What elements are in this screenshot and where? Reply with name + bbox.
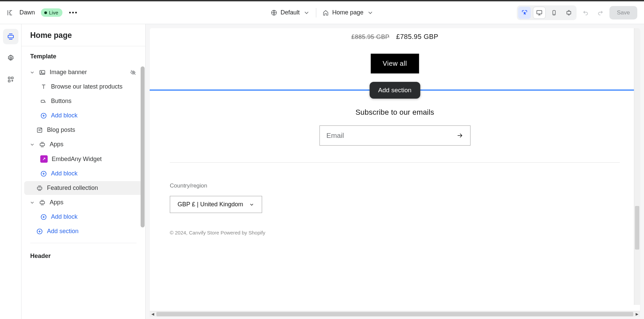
email-input-wrap[interactable]: Email <box>319 125 470 146</box>
redo-icon <box>597 9 604 16</box>
text-icon <box>40 84 47 90</box>
section-icon <box>36 185 43 192</box>
section-apps-2[interactable]: Apps <box>24 196 143 209</box>
svg-rect-2 <box>537 10 542 14</box>
chevron-down-icon <box>303 9 310 16</box>
plus-circle-icon <box>36 228 43 235</box>
undo-icon <box>582 9 589 16</box>
svg-point-12 <box>41 71 42 72</box>
chevron-down-icon <box>30 200 35 205</box>
fullscreen-view-button[interactable] <box>562 7 575 19</box>
svg-rect-5 <box>567 11 571 14</box>
section-image-banner[interactable]: Image banner <box>24 65 143 79</box>
add-block-button[interactable]: Add block <box>24 109 143 122</box>
separator <box>316 8 316 17</box>
svg-rect-9 <box>11 77 13 79</box>
topbar-right: Save <box>517 5 637 20</box>
svg-rect-17 <box>40 143 44 146</box>
divider <box>30 243 137 243</box>
exit-button[interactable] <box>7 9 13 16</box>
scrollbar-thumb[interactable] <box>156 312 633 316</box>
view-all-button[interactable]: View all <box>370 54 419 73</box>
cursor-box-icon <box>521 9 528 16</box>
gear-icon <box>7 54 14 62</box>
desktop-view-button[interactable] <box>533 7 546 19</box>
more-actions-button[interactable] <box>68 8 78 17</box>
chevron-down-icon <box>249 202 254 207</box>
footer-divider <box>170 162 620 163</box>
preview-canvas[interactable]: £885.95 GBP £785.95 GBP View all Add sec… <box>150 28 640 311</box>
theme-name: Dawn <box>19 9 35 16</box>
sections-tab-button[interactable] <box>3 29 18 44</box>
section-sidebar: Home page Template Image banner Browse o… <box>21 24 146 319</box>
svg-rect-8 <box>8 77 10 79</box>
image-icon <box>39 69 46 76</box>
section-apps[interactable]: Apps <box>24 138 143 151</box>
scroll-left-icon[interactable]: ◀ <box>150 311 156 317</box>
live-dot-icon <box>44 11 47 14</box>
globe-icon <box>270 9 277 16</box>
add-block-button[interactable]: Add block <box>24 167 143 180</box>
sidebar-title: Home page <box>21 24 145 46</box>
footer-block: Country/region GBP £ | United Kingdom © … <box>150 182 640 235</box>
editor-topbar: Dawn Live Default Home page <box>0 1 644 24</box>
preview-horizontal-scrollbar[interactable]: ◀ ▶ <box>150 311 640 317</box>
chevron-down-icon <box>367 9 374 16</box>
preview-area: £885.95 GBP £785.95 GBP View all Add sec… <box>146 24 644 319</box>
scrollbar-thumb[interactable] <box>635 206 639 250</box>
eye-off-icon[interactable] <box>130 69 137 76</box>
block-embedany[interactable]: EmbedAny Widget <box>24 152 143 166</box>
header-group-title: Header <box>21 248 145 264</box>
section-featured-collection[interactable]: Featured collection <box>24 181 143 195</box>
settings-tab-button[interactable] <box>3 50 18 66</box>
button-icon <box>40 98 47 105</box>
scroll-right-icon[interactable]: ▶ <box>634 311 640 317</box>
app-icon <box>40 155 48 163</box>
locale-selector[interactable]: Default <box>270 9 310 16</box>
svg-rect-19 <box>37 187 42 189</box>
blog-icon <box>36 127 43 134</box>
left-rail <box>0 24 21 319</box>
section-blog-posts[interactable]: Blog posts <box>24 123 143 137</box>
plus-circle-icon <box>40 112 47 119</box>
chevron-down-icon <box>30 142 35 147</box>
device-toggle-group <box>517 5 577 20</box>
home-icon <box>322 9 329 16</box>
mobile-view-button[interactable] <box>548 7 560 19</box>
block-buttons[interactable]: Buttons <box>24 94 143 108</box>
subscribe-block: Subscribe to our emails Email <box>150 108 640 146</box>
apps-tab-button[interactable] <box>3 72 18 87</box>
add-block-button[interactable]: Add block <box>24 210 143 224</box>
svg-rect-10 <box>8 80 10 82</box>
undo-button[interactable] <box>580 7 591 18</box>
redo-button[interactable] <box>595 7 606 18</box>
email-placeholder: Email <box>327 131 456 140</box>
save-button[interactable]: Save <box>609 6 637 19</box>
topbar-center: Default Home page <box>270 8 374 17</box>
copyright-text: © 2024, Canvify Store Powered by Shopify <box>170 230 620 235</box>
mobile-icon <box>551 9 557 16</box>
more-icon <box>69 12 77 13</box>
submit-arrow-icon[interactable] <box>456 132 463 139</box>
live-badge: Live <box>41 8 62 17</box>
country-region-select[interactable]: GBP £ | United Kingdom <box>170 196 262 213</box>
page-selector[interactable]: Home page <box>322 9 374 16</box>
block-browse-latest[interactable]: Browse our latest products <box>24 80 143 94</box>
inspector-mode-button[interactable] <box>518 7 531 19</box>
preview-vertical-scrollbar[interactable] <box>634 28 640 305</box>
svg-point-4 <box>554 14 554 14</box>
new-price: £785.95 GBP <box>396 33 439 40</box>
svg-point-7 <box>10 57 12 59</box>
section-icon <box>39 141 46 148</box>
sidebar-scroll[interactable]: Template Image banner Browse our latest … <box>21 46 145 319</box>
add-section-tooltip[interactable]: Add section <box>369 82 420 99</box>
sidebar-scrollbar[interactable] <box>141 66 145 227</box>
plus-circle-icon <box>40 170 47 177</box>
plus-circle-icon <box>40 214 47 220</box>
subscribe-heading: Subscribe to our emails <box>150 108 640 117</box>
desktop-icon <box>536 9 543 16</box>
svg-rect-20 <box>40 201 44 204</box>
add-section-button[interactable]: Add section <box>24 224 143 238</box>
template-group-title: Template <box>21 46 145 65</box>
svg-rect-14 <box>41 100 45 102</box>
